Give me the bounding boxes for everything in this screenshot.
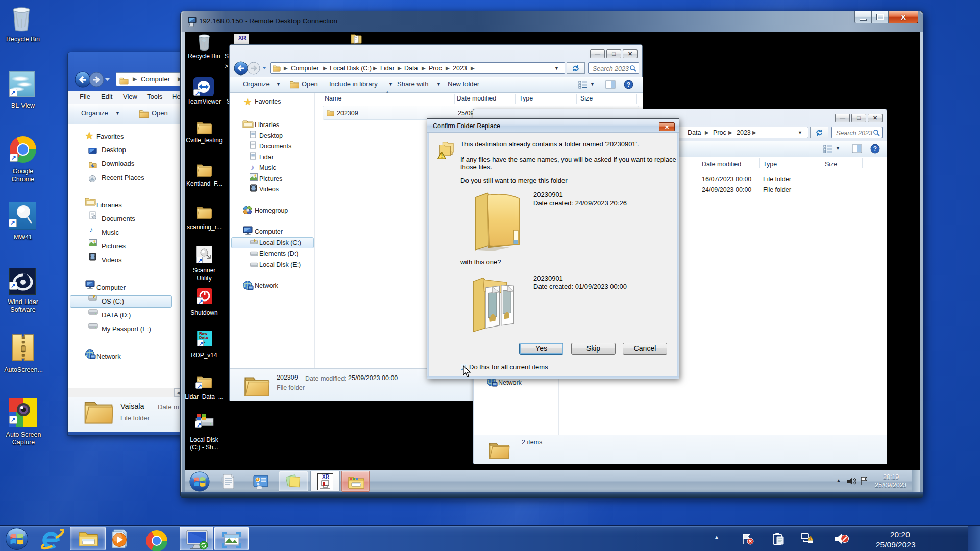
svg-text:!: ! (810, 537, 811, 540)
svg-text:?: ? (873, 145, 877, 153)
svg-text:?: ? (627, 81, 630, 88)
